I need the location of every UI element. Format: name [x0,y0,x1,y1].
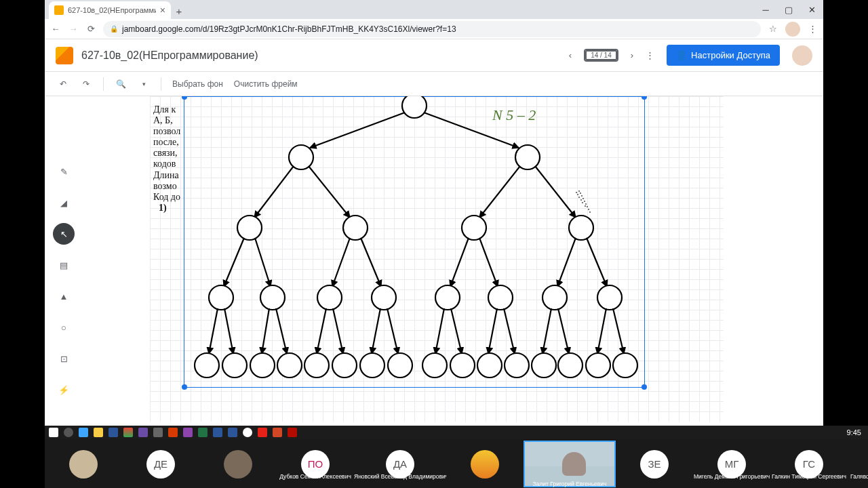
participant-tile[interactable] [199,450,277,480]
svg-line-46 [262,308,269,354]
kebab-menu-icon[interactable]: ⋮ [807,24,818,34]
sticky-note-tool-icon[interactable]: ▤ [53,254,75,276]
next-frame-icon[interactable]: › [631,50,633,60]
canvas-area[interactable]: ✎ ◢ ↖ ▤ ▲ ○ ⊡ ⚡ [45,96,823,426]
star-icon[interactable]: ☆ [768,24,778,34]
svg-point-38 [317,285,342,310]
search-icon[interactable] [64,428,73,437]
participant-tile[interactable]: ДАЯновский Всеволод Владимирович [354,450,446,480]
forward-icon[interactable]: → [68,24,79,34]
zoom-dropdown-icon[interactable]: ▾ [138,81,150,87]
undo-icon[interactable]: ↶ [57,79,69,89]
participant-tile[interactable]: ЗЕ [616,450,693,480]
textbox-tool-icon[interactable]: ⊡ [53,348,75,369]
participant-tile[interactable]: ГФГалявов Марат Фаридович [848,450,868,480]
windows-taskbar[interactable]: 9:45 [45,426,868,439]
participants-strip: ДЕ ПОДубков Семён Алексеевич ДАЯновский … [45,439,868,488]
note-line: Длина [153,170,187,181]
chrome-icon[interactable] [123,428,133,437]
edge-icon[interactable] [79,428,88,437]
svg-point-41 [488,285,513,310]
maximize-icon[interactable]: ▢ [777,0,800,19]
taskbar-app-icon[interactable] [168,428,178,437]
excel-icon[interactable] [198,428,208,437]
jamboard-toolbar: ↶ ↷ 🔍 ▾ Выбрать фон Очистить фрейм [45,72,823,96]
powerpoint-icon[interactable] [273,428,282,437]
participant-tile[interactable]: ДЕ [122,450,199,480]
participant-tile[interactable]: ГСГалкин Тимофей Сергеевич [770,450,848,480]
taskbar-app-icon[interactable] [243,428,252,437]
back-icon[interactable]: ← [50,24,61,34]
svg-line-55 [504,308,515,354]
share-button[interactable]: 👤 Настройки Доступа [667,45,780,66]
tab-title: 627-10в_02(НЕпрограммирован [68,6,156,14]
profile-avatar[interactable] [785,22,800,37]
divider [161,77,161,91]
svg-point-37 [260,285,285,310]
note-line: связи, [153,148,187,159]
svg-point-74 [586,353,610,378]
reload-icon[interactable]: ⟳ [85,24,96,34]
minimize-icon[interactable]: ─ [754,0,777,19]
participant-avatar [224,450,252,479]
svg-point-71 [505,353,529,378]
explorer-icon[interactable] [94,428,103,437]
doc-title[interactable]: 627-10в_02(НЕпрограммирование) [81,49,258,62]
omnibox[interactable]: 🔒 jamboard.google.com/d/19Rz3gtPJcrM0nK1… [103,21,761,37]
participant-tile[interactable] [446,450,524,480]
shape-tool-icon[interactable]: ○ [53,317,75,338]
laser-tool-icon[interactable]: ⚡ [53,379,75,401]
participant-name: Галявов Марат Фаридович [848,473,868,480]
yandex-icon[interactable] [258,428,267,437]
set-background-button[interactable]: Выбрать фон [172,79,223,89]
word-icon[interactable] [213,428,222,437]
browser-tab[interactable]: 627-10в_02(НЕпрограммирован × [49,1,171,19]
account-avatar[interactable] [792,45,812,66]
host-video-tile[interactable]: Залит Григорий Евгеньевич [524,443,616,487]
close-window-icon[interactable]: ✕ [800,0,823,19]
svg-line-56 [542,308,551,354]
svg-point-69 [450,353,475,378]
participant-name: Дубков Семён Алексеевич [277,473,354,480]
svg-point-61 [222,353,247,378]
lock-icon: 🔒 [110,25,118,33]
select-tool-icon[interactable]: ↖ [53,223,75,245]
taskbar-app-icon[interactable] [108,428,118,437]
eraser-tool-icon[interactable]: ◢ [53,192,75,214]
taskbar-app-icon[interactable] [153,428,163,437]
svg-point-18 [289,145,313,169]
participant-tile[interactable]: ПОДубков Семён Алексеевич [277,450,354,480]
frame-indicator[interactable]: 14 / 14 [584,49,618,62]
prev-frame-icon[interactable]: ‹ [569,50,572,60]
pen-tool-icon[interactable]: ✎ [53,161,75,182]
jamboard-header: 627-10в_02(НЕпрограммирование) ‹ 14 / 14… [45,39,823,72]
pdf-icon[interactable] [288,428,297,437]
share-button-label: Настройки Доступа [691,50,770,60]
close-tab-icon[interactable]: × [160,5,165,15]
new-tab-button[interactable]: + [171,3,187,19]
word-icon[interactable] [228,428,237,437]
browser-titlebar: 627-10в_02(НЕпрограммирован × + ─ ▢ ✕ [45,0,823,19]
browser-addressbar: ← → ⟳ 🔒 jamboard.google.com/d/19Rz3gtPJc… [45,19,823,39]
note-line: А, Б, [153,115,187,126]
image-tool-icon[interactable]: ▲ [53,285,75,307]
participant-tile[interactable]: МГМигель Демьян Григорьевич [693,450,770,480]
redo-icon[interactable]: ↷ [80,79,92,89]
jamboard-favicon [54,5,64,15]
taskbar-app-icon[interactable] [138,428,148,437]
zoom-icon[interactable]: 🔍 [115,79,127,89]
jamboard-logo [56,47,73,64]
participant-avatar [471,450,499,479]
taskbar-app-icon[interactable] [183,428,193,437]
more-options-icon[interactable]: ⋮ [646,50,654,60]
text-sticky[interactable]: Для к А, Б, позвол после, связи, кодов Д… [153,104,187,214]
participant-tile[interactable] [45,450,122,480]
binary-tree-diagram[interactable] [184,96,645,388]
participant-name: Яновский Всеволод Владимирович [354,473,446,480]
system-clock[interactable]: 9:45 [847,428,864,436]
svg-line-30 [332,238,350,287]
host-person [562,452,586,476]
svg-point-73 [558,353,583,378]
start-icon[interactable] [49,428,58,437]
clear-frame-button[interactable]: Очистить фрейм [234,79,298,89]
